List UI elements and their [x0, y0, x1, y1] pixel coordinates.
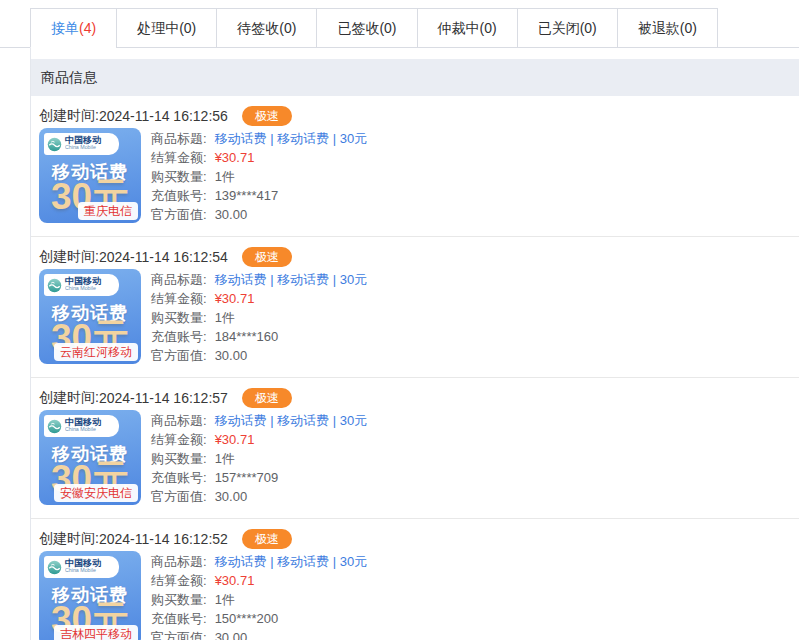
- order-details: 商品标题:移动话费 | 移动话费 | 30元 结算金额:¥30.71 购买数量:…: [151, 551, 367, 640]
- tab-arbitration[interactable]: 仲裁中(0): [417, 8, 518, 48]
- order-details: 商品标题:移动话费 | 移动话费 | 30元 结算金额:¥30.71 购买数量:…: [151, 269, 367, 365]
- brand-name-en: China Mobile: [65, 568, 96, 573]
- recharge-account-value: 139****417: [215, 186, 279, 205]
- section-header: 商品信息: [31, 59, 799, 96]
- order-created-row: 创建时间:2024-11-14 16:12:52 极速: [39, 528, 799, 549]
- order-item: 创建时间:2024-11-14 16:12:56 极速 中国移动 China M…: [31, 96, 799, 237]
- settlement-amount-label: 结算金额:: [151, 148, 207, 167]
- recharge-account-label: 充值账号:: [151, 327, 207, 346]
- recharge-account-value: 157****709: [215, 468, 279, 487]
- product-image[interactable]: 中国移动 China Mobile 移动话费 30元 重庆电信: [39, 128, 141, 223]
- china-mobile-logo: 中国移动 China Mobile: [44, 133, 119, 155]
- china-mobile-icon: [47, 278, 62, 293]
- speed-badge: 极速: [242, 106, 292, 126]
- order-created-row: 创建时间:2024-11-14 16:12:57 极速: [39, 387, 799, 408]
- product-title-link[interactable]: 移动话费 | 移动话费 | 30元: [215, 270, 368, 289]
- tab-refunded[interactable]: 被退款(0): [617, 8, 718, 48]
- product-title-link[interactable]: 移动话费 | 移动话费 | 30元: [215, 129, 368, 148]
- face-value-value: 30.00: [215, 205, 248, 224]
- recharge-account-label: 充值账号:: [151, 609, 207, 628]
- tab-count: (0): [580, 20, 597, 36]
- china-mobile-icon: [47, 419, 62, 434]
- settlement-amount-value: ¥30.71: [215, 571, 255, 590]
- face-value-value: 30.00: [215, 628, 248, 640]
- quantity-value: 1件: [215, 590, 235, 609]
- tab-receiving[interactable]: 接单(4): [30, 8, 117, 48]
- tab-count: (0): [279, 20, 296, 36]
- china-mobile-icon: [47, 137, 62, 152]
- order-item: 创建时间:2024-11-14 16:12:52 极速 中国移动 China M…: [31, 519, 799, 640]
- face-value-label: 官方面值:: [151, 205, 207, 224]
- order-created-row: 创建时间:2024-11-14 16:12:54 极速: [39, 246, 799, 267]
- created-time-label: 创建时间:: [39, 389, 99, 407]
- order-details: 商品标题:移动话费 | 移动话费 | 30元 结算金额:¥30.71 购买数量:…: [151, 410, 367, 506]
- quantity-value: 1件: [215, 449, 235, 468]
- settlement-amount-label: 结算金额:: [151, 289, 207, 308]
- settlement-amount-value: ¥30.71: [215, 430, 255, 449]
- order-item: 创建时间:2024-11-14 16:12:57 极速 中国移动 China M…: [31, 378, 799, 519]
- speed-badge: 极速: [242, 388, 292, 408]
- product-title-link[interactable]: 移动话费 | 移动话费 | 30元: [215, 411, 368, 430]
- product-image[interactable]: 中国移动 China Mobile 移动话费 30元 吉林四平移动: [39, 551, 141, 640]
- settlement-amount-label: 结算金额:: [151, 571, 207, 590]
- tab-count: (0): [480, 20, 497, 36]
- order-details: 商品标题:移动话费 | 移动话费 | 30元 结算金额:¥30.71 购买数量:…: [151, 128, 367, 224]
- tab-label: 仲裁中: [438, 20, 480, 36]
- brand-name-en: China Mobile: [65, 286, 96, 291]
- tab-label: 被退款: [638, 20, 680, 36]
- face-value-value: 30.00: [215, 487, 248, 506]
- face-value-value: 30.00: [215, 346, 248, 365]
- settlement-amount-label: 结算金额:: [151, 430, 207, 449]
- settlement-amount-value: ¥30.71: [215, 289, 255, 308]
- tab-label: 待签收: [237, 20, 279, 36]
- recharge-account-value: 150****200: [215, 609, 279, 628]
- recharge-account-label: 充值账号:: [151, 186, 207, 205]
- product-title-label: 商品标题:: [151, 129, 207, 148]
- tab-closed[interactable]: 已关闭(0): [517, 8, 618, 48]
- tab-label: 已签收: [337, 20, 379, 36]
- quantity-label: 购买数量:: [151, 308, 207, 327]
- quantity-label: 购买数量:: [151, 449, 207, 468]
- recharge-account-value: 184****160: [215, 327, 279, 346]
- created-time-label: 创建时间:: [39, 107, 99, 125]
- tab-awaiting-receipt[interactable]: 待签收(0): [216, 8, 317, 48]
- product-image[interactable]: 中国移动 China Mobile 移动话费 30元 安徽安庆电信: [39, 410, 141, 505]
- created-time-value: 2024-11-14 16:12:54: [99, 249, 228, 265]
- china-mobile-logo: 中国移动 China Mobile: [44, 556, 119, 578]
- face-value-label: 官方面值:: [151, 487, 207, 506]
- face-value-label: 官方面值:: [151, 628, 207, 640]
- quantity-label: 购买数量:: [151, 590, 207, 609]
- tab-count: (0): [680, 20, 697, 36]
- card-region-tag: 云南红河移动: [54, 343, 138, 361]
- recharge-account-label: 充值账号:: [151, 468, 207, 487]
- card-region-tag: 吉林四平移动: [54, 625, 138, 640]
- tab-label: 处理中: [137, 20, 179, 36]
- product-title-link[interactable]: 移动话费 | 移动话费 | 30元: [215, 552, 368, 571]
- tab-count: (0): [379, 20, 396, 36]
- orders-panel: 商品信息 创建时间:2024-11-14 16:12:56 极速 中国移动 Ch…: [30, 48, 799, 640]
- created-time-value: 2024-11-14 16:12:56: [99, 108, 228, 124]
- tab-count: (0): [179, 20, 196, 36]
- tab-received[interactable]: 已签收(0): [316, 8, 417, 48]
- china-mobile-logo: 中国移动 China Mobile: [44, 274, 119, 296]
- face-value-label: 官方面值:: [151, 346, 207, 365]
- created-time-value: 2024-11-14 16:12:57: [99, 390, 228, 406]
- card-region-tag: 安徽安庆电信: [54, 484, 138, 502]
- product-image[interactable]: 中国移动 China Mobile 移动话费 30元 云南红河移动: [39, 269, 141, 364]
- brand-name-en: China Mobile: [65, 145, 96, 150]
- brand-name-en: China Mobile: [65, 427, 96, 432]
- created-time-label: 创建时间:: [39, 248, 99, 266]
- created-time-label: 创建时间:: [39, 530, 99, 548]
- created-time-value: 2024-11-14 16:12:52: [99, 531, 228, 547]
- product-title-label: 商品标题:: [151, 411, 207, 430]
- tab-label: 已关闭: [538, 20, 580, 36]
- china-mobile-icon: [47, 560, 62, 575]
- order-created-row: 创建时间:2024-11-14 16:12:56 极速: [39, 105, 799, 126]
- speed-badge: 极速: [242, 529, 292, 549]
- order-item: 创建时间:2024-11-14 16:12:54 极速 中国移动 China M…: [31, 237, 799, 378]
- product-title-label: 商品标题:: [151, 552, 207, 571]
- product-title-label: 商品标题:: [151, 270, 207, 289]
- tab-processing[interactable]: 处理中(0): [116, 8, 217, 48]
- tab-label: 接单: [51, 20, 79, 36]
- quantity-label: 购买数量:: [151, 167, 207, 186]
